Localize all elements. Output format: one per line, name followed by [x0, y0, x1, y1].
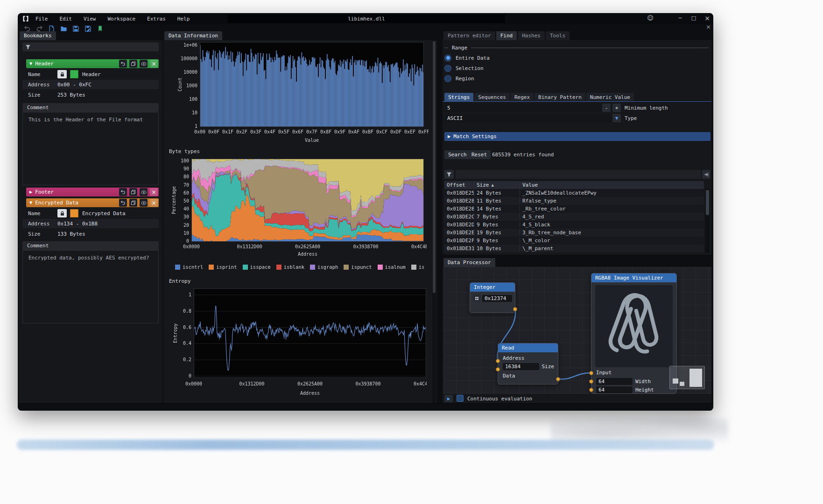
mode-tab-regex[interactable]: Regex [511, 93, 534, 101]
radio-selection[interactable]: Selection [444, 63, 490, 73]
legend-item-isblank[interactable]: isblank [276, 264, 304, 270]
min-length-decrease-button[interactable]: - [602, 104, 611, 112]
visualizer-width-pin[interactable] [589, 379, 593, 384]
jump-to-selection-button[interactable] [702, 170, 710, 179]
comment-box[interactable]: Encrypted data, possibly AES encrypted? [22, 250, 159, 323]
menu-extras[interactable]: Extras [146, 16, 167, 22]
table-row[interactable]: 0x018DE2D49 Bytes4_S_black [444, 221, 704, 229]
bookmark-color-swatch[interactable] [70, 70, 78, 78]
entropy-chart[interactable] [172, 286, 427, 403]
menu-help[interactable]: Help [176, 16, 191, 22]
legend-item-isalnum[interactable]: isalnum [378, 264, 406, 270]
menu-view[interactable]: View [83, 16, 97, 22]
table-row[interactable]: 0x018DE28F11 BytesRfalse_type [444, 197, 704, 205]
legend-item-isgraph[interactable]: isgraph [310, 264, 338, 270]
radio-region[interactable]: Region [444, 73, 490, 84]
bookmarks-filter-input[interactable] [22, 42, 159, 51]
match-settings-header[interactable]: ▶ Match Settings [444, 132, 710, 141]
title-bar[interactable]: FileEditViewWorkspaceExtrasHelp libimhex… [18, 13, 713, 24]
bookmark-visibility-eye-icon[interactable] [140, 199, 148, 207]
integer-output-pin[interactable] [513, 307, 517, 311]
min-length-increase-button[interactable]: + [612, 104, 621, 112]
table-row[interactable]: 0x018DE2B014 Bytes_Rb_tree_color [444, 205, 704, 213]
read-data-output-pin[interactable] [556, 377, 560, 381]
table-row[interactable]: 0x018DE25C24 Bytes_ZNSaIwE10deallocateEP… [444, 189, 704, 197]
min-length-input[interactable]: 5 [444, 104, 601, 112]
save-icon[interactable] [72, 25, 80, 33]
comment-header[interactable]: Comment [22, 103, 159, 112]
lock-button[interactable] [57, 70, 67, 78]
read-node[interactable]: Read Address 16384 Size Data [498, 343, 558, 385]
radio-entire-data[interactable]: Entire Data [444, 53, 490, 63]
integer-node-title[interactable]: Integer [470, 283, 515, 292]
save-as-icon[interactable] [84, 25, 92, 33]
comment-box[interactable]: This is the Header of the File format [22, 112, 159, 185]
integer-node[interactable]: Integer 0x12374 [470, 282, 515, 313]
legend-item-ispunct[interactable]: ispunct [344, 264, 372, 270]
byte-types-chart[interactable] [171, 157, 427, 260]
bookmark-reset-button[interactable] [119, 60, 127, 68]
tab-data-information[interactable]: Data Information [164, 31, 222, 40]
comment-header[interactable]: Comment [22, 241, 159, 250]
bookmark-header-bar[interactable]: ▼ Header × [26, 59, 159, 68]
value-distribution-chart[interactable] [176, 40, 429, 157]
visualizer-node-title[interactable]: RGBA8 Image Visualizer [591, 273, 676, 282]
node-canvas[interactable]: Integer 0x12374 Read Address 16384 Size … [443, 267, 711, 394]
bookmark-copy-button[interactable] [129, 199, 137, 207]
menu-workspace[interactable]: Workspace [107, 16, 137, 22]
close-button[interactable]: × [703, 14, 711, 22]
visualizer-height-pin[interactable] [589, 388, 593, 392]
bookmark-remove-button[interactable]: × [150, 199, 158, 207]
bookmark-encrypted-bar[interactable]: ▼ Encrypted Data × [26, 198, 159, 207]
bookmark-visibility-eye-icon[interactable] [140, 188, 148, 196]
tab-find[interactable]: Find [496, 31, 517, 40]
table-row[interactable]: 0x018DE2FC9 Bytes\_M_color [444, 237, 704, 245]
minimize-button[interactable]: ─ [676, 15, 684, 21]
results-filter-input[interactable] [456, 170, 701, 179]
legend-item-isprint[interactable]: isprint [209, 264, 237, 270]
tab-data-processor[interactable]: Data Processor [443, 258, 495, 267]
continuous-evaluation-checkbox[interactable] [457, 395, 464, 402]
rgba8-visualizer-node[interactable]: RGBA8 Image Visualizer Input 64 Width 64… [591, 273, 677, 394]
bookmark-reset-button[interactable] [119, 199, 127, 207]
mode-tab-binary-pattern[interactable]: Binary Pattern [535, 93, 585, 101]
visualizer-height-field[interactable]: 64 [596, 386, 633, 393]
bookmark-color-swatch[interactable] [70, 209, 78, 217]
integer-value-field[interactable]: 0x12374 [482, 295, 512, 302]
table-row[interactable]: 0x018DE2CB7 Bytes4_S_red [444, 213, 704, 221]
type-combo[interactable]: ASCII ▼ [444, 114, 621, 122]
table-row[interactable]: 0x018DE31A10 Bytes\_M_parent [444, 245, 704, 252]
tab-pattern-editor[interactable]: Pattern editor [443, 31, 495, 40]
bookmark-visibility-eye-icon[interactable] [140, 60, 148, 68]
panel-close-icon[interactable]: × [706, 23, 711, 30]
results-filter-button[interactable] [444, 170, 454, 179]
search-button[interactable]: Search [444, 150, 471, 159]
value-format-grid-icon[interactable] [473, 294, 480, 302]
chevron-down-icon[interactable]: ▼ [612, 114, 621, 122]
bookmark-footer-bar[interactable]: ▶ Footer × [26, 188, 159, 196]
menu-edit[interactable]: Edit [59, 16, 73, 22]
bookmark-icon[interactable] [96, 25, 104, 33]
open-file-icon[interactable] [60, 25, 68, 33]
lock-button[interactable] [57, 209, 67, 217]
bookmark-copy-button[interactable] [129, 188, 137, 196]
table-row[interactable]: 0x018DE2E019 Bytes3_Rb_tree_node_base [444, 229, 704, 237]
reset-button[interactable]: Reset [468, 150, 491, 159]
bookmark-remove-button[interactable]: × [150, 188, 158, 196]
feedback-smiley-icon[interactable]: ☺ [646, 14, 654, 21]
bookmark-reset-button[interactable] [119, 188, 127, 196]
results-header[interactable]: Offset Size▲ Value [444, 181, 704, 189]
column-value[interactable]: Value [520, 182, 704, 188]
data-information-scrollbar[interactable] [432, 40, 436, 403]
column-size[interactable]: Size▲ [474, 182, 520, 188]
read-size-input-pin[interactable] [496, 367, 500, 371]
read-size-field[interactable]: 16384 [503, 363, 539, 370]
tab-bookmarks[interactable]: Bookmarks [20, 31, 56, 40]
legend-item-iscntrl[interactable]: iscntrl [175, 264, 203, 270]
results-scrollbar[interactable] [705, 189, 710, 253]
tab-tools[interactable]: Tools [546, 31, 570, 40]
column-offset[interactable]: Offset [444, 182, 474, 188]
evaluate-play-button[interactable]: ▶ [444, 395, 453, 402]
bookmark-copy-button[interactable] [129, 60, 137, 68]
tab-hashes[interactable]: Hashes [518, 31, 545, 40]
